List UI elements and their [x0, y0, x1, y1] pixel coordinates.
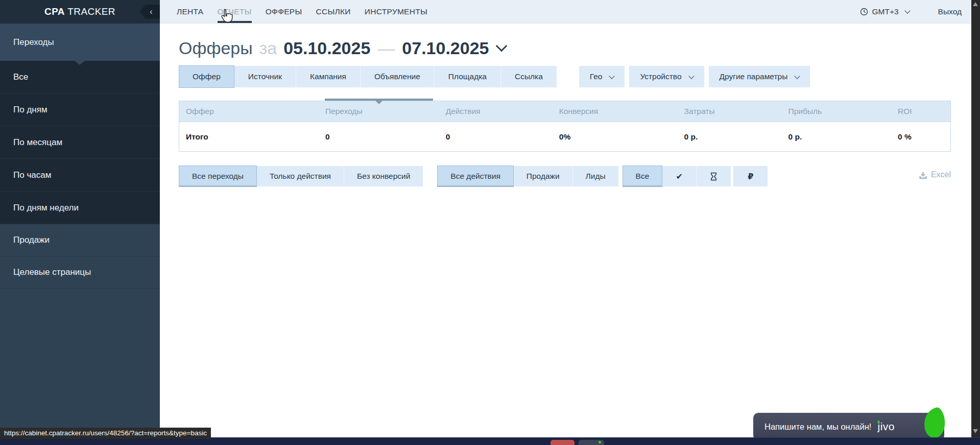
nav-item-offers[interactable]: ОФФЕРЫ: [266, 0, 302, 23]
sidebar: CPA TRACKER ‹ Переходы Все По дням По ме…: [0, 0, 160, 437]
scroll-down-arrow-icon[interactable]: [973, 429, 978, 433]
dimension-dropdowns: Гео Устройство Другие параметры: [579, 66, 810, 87]
sidebar-item-by-hours[interactable]: По часам: [0, 159, 160, 192]
top-navigation: ЛЕНТА ОТЧЕТЫ ОФФЕРЫ ССЫЛКИ ИНСТРУМЕНТЫ: [177, 0, 427, 23]
totals-transitions: 0: [319, 122, 439, 152]
tab-offer[interactable]: Оффер: [179, 65, 234, 88]
sidebar-item-by-weekdays[interactable]: По дням недели: [0, 192, 160, 224]
ruble-icon: ₽: [748, 172, 753, 181]
tab-ad[interactable]: Объявление: [361, 66, 435, 87]
download-icon: [919, 171, 927, 179]
tab-source[interactable]: Источник: [234, 66, 296, 87]
tab-placement[interactable]: Площадка: [435, 66, 501, 87]
date-range-toggle-icon[interactable]: [495, 40, 507, 52]
nav-item-links[interactable]: ССЫЛКИ: [316, 0, 351, 23]
date-dash: —: [377, 38, 395, 58]
chat-widget[interactable]: Напишите нам, мы онлайн! jivo: [753, 413, 944, 440]
sidebar-item-all[interactable]: Все: [0, 61, 160, 93]
actions-filter-group: Все действия Продажи Лиды: [437, 166, 618, 187]
scroll-up-arrow-icon[interactable]: [973, 2, 978, 6]
totals-costs: 0 р.: [678, 122, 782, 152]
report-table-wrap: Оффер Переходы Действия Конверсия Затрат…: [179, 101, 951, 152]
tab-campaign[interactable]: Кампания: [296, 66, 361, 87]
filter-pending-button[interactable]: [697, 166, 731, 186]
column-header-conversion[interactable]: Конверсия: [553, 101, 678, 122]
sidebar-section-landing-pages[interactable]: Целевые страницы: [0, 256, 160, 289]
filter-row: Все переходы Только действия Без конверс…: [179, 166, 951, 187]
tab-link[interactable]: Ссылка: [501, 66, 557, 87]
jivo-logo: jivo: [877, 420, 895, 433]
filter-only-actions[interactable]: Только действия: [257, 166, 344, 186]
chevron-down-icon: [688, 73, 694, 79]
nav-item-feed[interactable]: ЛЕНТА: [177, 0, 204, 23]
logo-bar: CPA TRACKER ‹: [0, 0, 160, 24]
column-header-costs[interactable]: Затраты: [678, 101, 782, 122]
sort-indicator: [325, 99, 433, 101]
nav-item-tools[interactable]: ИНСТРУМЕНТЫ: [365, 0, 427, 23]
status-filter-group: Все ✔: [623, 166, 731, 187]
device-dropdown[interactable]: Устройство: [629, 66, 704, 87]
sidebar-section-transitions[interactable]: Переходы: [0, 24, 160, 61]
table-header-row: Оффер Переходы Действия Конверсия Затрат…: [179, 101, 951, 122]
filter-ruble-button[interactable]: ₽: [733, 166, 768, 186]
export-excel-link[interactable]: Excel: [919, 170, 951, 179]
vertical-scrollbar[interactable]: [971, 0, 980, 437]
filter-status-all[interactable]: Все: [623, 166, 663, 187]
report-table: Оффер Переходы Действия Конверсия Затрат…: [179, 101, 951, 152]
date-from[interactable]: 05.10.2025: [283, 38, 370, 58]
sidebar-collapse-button[interactable]: ‹: [139, 5, 160, 19]
status-url-tooltip: https://cabinet.cpatracker.ru/users/4825…: [0, 428, 211, 439]
clock-icon: [860, 8, 868, 16]
totals-profit: 0 р.: [782, 122, 892, 152]
chevron-down-icon: [609, 73, 615, 79]
main-content: Офферы за 05.10.2025 — 07.10.2025 Оффер …: [160, 24, 971, 187]
chat-message: Напишите нам, мы онлайн!: [764, 422, 871, 432]
sidebar-section-sales[interactable]: Продажи: [0, 224, 160, 256]
filter-all-actions[interactable]: Все действия: [437, 166, 513, 187]
totals-roi: 0 %: [891, 122, 950, 152]
totals-conversion: 0%: [553, 122, 678, 152]
timezone-selector[interactable]: GMT+3: [860, 7, 910, 16]
currency-filter-group: ₽: [733, 166, 768, 186]
filter-leads[interactable]: Лиды: [573, 166, 618, 186]
totals-label: Итого: [179, 122, 319, 152]
filter-no-conversions[interactable]: Без конверсий: [344, 166, 423, 186]
nav-item-reports[interactable]: ОТЧЕТЫ: [218, 0, 252, 23]
app-logo[interactable]: CPA TRACKER: [44, 6, 115, 17]
report-heading: Офферы за 05.10.2025 — 07.10.2025: [179, 38, 951, 58]
filter-sales[interactable]: Продажи: [514, 166, 573, 186]
totals-actions: 0: [439, 122, 553, 152]
date-to[interactable]: 07.10.2025: [402, 38, 489, 58]
chevron-down-icon: [904, 8, 910, 13]
other-params-dropdown[interactable]: Другие параметры: [709, 66, 810, 87]
filter-all-transitions[interactable]: Все переходы: [179, 166, 257, 187]
filter-approved-button[interactable]: ✔: [662, 166, 697, 186]
hourglass-icon: [710, 172, 718, 181]
check-icon: ✔: [676, 172, 683, 181]
topbar-right: GMT+3 Выход: [860, 7, 962, 16]
taskbar-item-red[interactable]: [551, 440, 575, 445]
sidebar-item-by-days[interactable]: По дням: [0, 93, 160, 126]
traffic-filter-group: Все переходы Только действия Без конверс…: [179, 166, 423, 187]
sidebar-item-by-months[interactable]: По месяцам: [0, 126, 160, 159]
geo-dropdown[interactable]: Гео: [579, 66, 625, 87]
column-header-actions[interactable]: Действия: [439, 101, 553, 122]
totals-row: Итого 0 0 0% 0 р. 0 р. 0 %: [179, 122, 951, 152]
jivo-leaf-icon: [921, 406, 948, 439]
chevron-down-icon: [795, 73, 800, 79]
column-header-offer[interactable]: Оффер: [179, 101, 319, 122]
taskbar-item-gray[interactable]: [579, 440, 604, 445]
logout-link[interactable]: Выход: [938, 7, 962, 16]
column-header-roi[interactable]: ROI: [891, 101, 950, 122]
dimension-tabs: Оффер Источник Кампания Объявление Площа…: [179, 66, 557, 87]
date-preposition: за: [259, 38, 277, 58]
dimension-row: Оффер Источник Кампания Объявление Площа…: [179, 66, 951, 87]
chevron-left-icon: ‹: [150, 7, 152, 16]
sidebar-submenu: Все По дням По месяцам По часам По дням …: [0, 61, 160, 224]
page-title: Офферы: [179, 38, 253, 58]
column-header-profit[interactable]: Прибыль: [782, 101, 892, 122]
topbar: ЛЕНТА ОТЧЕТЫ ОФФЕРЫ ССЫЛКИ ИНСТРУМЕНТЫ G…: [160, 0, 971, 24]
